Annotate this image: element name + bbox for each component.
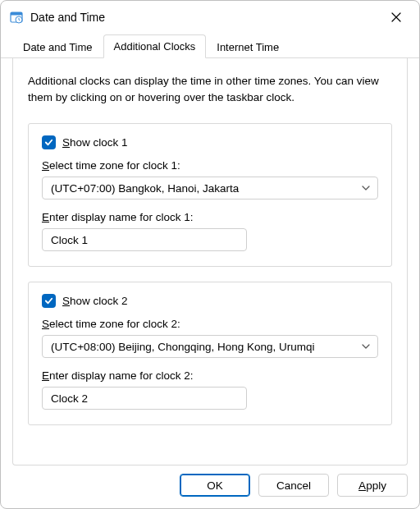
ok-button[interactable]: OK: [180, 474, 250, 497]
clock2-name-label: Enter display name for clock 2:: [42, 369, 378, 382]
panel-additional-clocks: Additional clocks can display the time i…: [12, 58, 408, 465]
clock1-name-input[interactable]: Clock 1: [42, 228, 247, 251]
clock1-name-label: Enter display name for clock 1:: [42, 211, 378, 223]
apply-button[interactable]: Apply: [337, 474, 408, 497]
date-time-window: Date and Time Date and Time Additional C…: [0, 0, 420, 509]
clock1-timezone-value: (UTC+07:00) Bangkok, Hanoi, Jakarta: [51, 182, 239, 195]
show-clock1-label: Show clock 1: [62, 136, 128, 149]
dialog-footer: OK Cancel Apply: [1, 474, 419, 508]
tabstrip: Date and Time Additional Clocks Internet…: [1, 34, 419, 58]
tab-additional-clocks[interactable]: Additional Clocks: [103, 34, 207, 58]
show-clock1-checkbox[interactable]: [42, 135, 56, 149]
titlebar: Date and Time: [1, 1, 419, 34]
close-icon: [391, 12, 401, 22]
check-icon: [44, 296, 53, 305]
chevron-down-icon: [361, 342, 371, 351]
date-time-icon: [9, 10, 24, 25]
clock2-timezone-value: (UTC+08:00) Beijing, Chongqing, Hong Kon…: [51, 341, 315, 353]
tab-internet-time[interactable]: Internet Time: [206, 35, 290, 58]
clock2-timezone-label: Select time zone for clock 2:: [42, 318, 378, 330]
window-title: Date and Time: [30, 11, 380, 24]
clock1-group: Show clock 1 Select time zone for clock …: [28, 123, 392, 267]
clock2-timezone-select[interactable]: (UTC+08:00) Beijing, Chongqing, Hong Kon…: [42, 335, 378, 358]
clock2-group: Show clock 2 Select time zone for clock …: [28, 282, 392, 425]
check-icon: [44, 138, 53, 147]
cancel-button[interactable]: Cancel: [258, 474, 329, 497]
tab-date-and-time[interactable]: Date and Time: [12, 35, 103, 58]
show-clock2-checkbox[interactable]: [42, 294, 56, 308]
clock1-timezone-select[interactable]: (UTC+07:00) Bangkok, Hanoi, Jakarta: [42, 177, 378, 199]
close-button[interactable]: [380, 4, 413, 30]
chevron-down-icon: [361, 183, 371, 193]
description-text: Additional clocks can display the time i…: [28, 73, 392, 105]
clock1-timezone-label: Select time zone for clock 1:: [42, 159, 378, 172]
svg-rect-1: [11, 12, 22, 16]
clock2-name-input[interactable]: Clock 2: [42, 387, 247, 410]
show-clock2-label: Show clock 2: [62, 295, 128, 307]
